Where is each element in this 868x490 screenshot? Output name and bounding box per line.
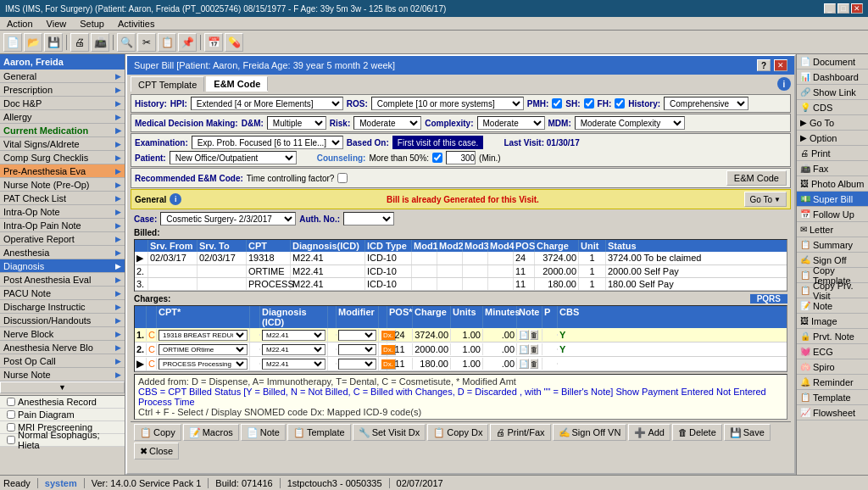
sidebar-item-general[interactable]: General▶ bbox=[0, 70, 125, 83]
sidebar-item-nurse-note-preop[interactable]: Nurse Note (Pre-Op)▶ bbox=[0, 178, 125, 192]
charge-row-1[interactable]: 1. C 19318 BREAST REDUC... M22.41 bbox=[135, 328, 787, 342]
charge1-cpt[interactable]: 19318 BREAST REDUC... bbox=[159, 330, 248, 341]
tool-calendar[interactable]: 📅 bbox=[204, 33, 223, 52]
right-sidebar-item-show-link[interactable]: 🔗Show Link bbox=[797, 85, 868, 100]
charge2-diag[interactable]: M22.41 bbox=[262, 344, 326, 355]
maximize-btn[interactable]: □ bbox=[837, 3, 849, 14]
case-select[interactable]: Cosmetic Surgery- 2/3/2017 bbox=[160, 212, 296, 226]
checklist-item-pain[interactable]: Pain Diagram bbox=[0, 409, 125, 421]
charge1-note-btn[interactable]: 📄 bbox=[519, 330, 529, 340]
auth-select[interactable] bbox=[343, 212, 394, 226]
billed-row-2[interactable]: 2. ORTIME M22.41 ICD-10 11 2000.00 1 2 bbox=[135, 265, 787, 278]
dm-select[interactable]: Multiple bbox=[267, 116, 326, 130]
goto-button[interactable]: Go To ▼ bbox=[744, 192, 787, 207]
tool-open[interactable]: 📂 bbox=[24, 33, 42, 52]
checklist-item-esophagus[interactable]: Normal Esophagus; Hieta bbox=[0, 434, 125, 447]
right-sidebar-item-document[interactable]: 📄Document bbox=[797, 54, 868, 70]
dialog-close-btn[interactable]: ✕ bbox=[774, 59, 787, 71]
right-sidebar-item-follow-up[interactable]: 📅Follow Up bbox=[797, 207, 868, 222]
close-btn[interactable]: ✕ bbox=[851, 3, 863, 14]
right-sidebar-item-image[interactable]: 🖼Image bbox=[797, 314, 868, 329]
sidebar-item-comp-surg[interactable]: Comp Surg Checklis▶ bbox=[0, 151, 125, 164]
checkbox-anesthesia[interactable] bbox=[7, 398, 15, 406]
sidebar-item-anesthesia-nerve[interactable]: Anesthesia Nerve Blo▶ bbox=[0, 341, 125, 354]
sidebar-item-pat-check[interactable]: PAT Check List▶ bbox=[0, 192, 125, 205]
time-control-checkbox[interactable] bbox=[337, 173, 348, 183]
sidebar-item-intra-op-note[interactable]: Intra-Op Note▶ bbox=[0, 205, 125, 219]
sidebar-item-nerve-block[interactable]: Nerve Block▶ bbox=[0, 327, 125, 341]
help-btn[interactable]: ? bbox=[757, 59, 771, 71]
menu-activities[interactable]: Activities bbox=[114, 19, 158, 29]
right-sidebar-item-super-bill[interactable]: 💵Super Bill bbox=[797, 192, 868, 207]
sidebar-item-current-medication[interactable]: Current Medication▶ bbox=[0, 124, 125, 137]
right-sidebar-item-reminder[interactable]: 🔔Reminder bbox=[797, 375, 868, 390]
right-sidebar-item-cds[interactable]: 💡CDS bbox=[797, 100, 868, 115]
billed-row-1[interactable]: ▶ 02/03/17 02/03/17 19318 M22.41 ICD-10 … bbox=[135, 252, 787, 265]
checkbox-pain[interactable] bbox=[7, 410, 15, 419]
checkbox-mri[interactable] bbox=[7, 423, 15, 432]
patient-type-select[interactable]: New Office/Outpatient bbox=[170, 151, 297, 164]
right-sidebar-item-letter[interactable]: ✉Letter bbox=[797, 222, 868, 237]
hpi-select[interactable]: Extended [4 or More Elements] bbox=[191, 97, 343, 110]
sidebar-scroll-down[interactable]: ▼ bbox=[0, 381, 125, 393]
print-fax-button[interactable]: 🖨Print/Fax bbox=[490, 424, 550, 441]
charge2-cpt[interactable]: ORTIME ORtime bbox=[159, 344, 248, 355]
exam-select[interactable]: Exp. Prob. Focused [6 to 11 Ele...] bbox=[192, 136, 343, 149]
macros-button[interactable]: 📝Macros bbox=[183, 424, 239, 441]
minimize-btn[interactable]: _ bbox=[824, 3, 836, 14]
charge2-del-btn[interactable]: 🗑 bbox=[530, 344, 538, 354]
right-sidebar-item-option[interactable]: ▶Option bbox=[797, 131, 868, 146]
tool-fax[interactable]: 📠 bbox=[91, 33, 109, 52]
history-dropdown[interactable]: Comprehensive bbox=[664, 97, 748, 110]
charge3-cpt[interactable]: PROCESS Processing fe... bbox=[159, 359, 248, 370]
charge3-mod[interactable] bbox=[338, 359, 376, 370]
tool-save[interactable]: 💾 bbox=[44, 33, 63, 52]
template-button[interactable]: 📋Template bbox=[287, 424, 351, 441]
note-button[interactable]: 📄Note bbox=[241, 424, 286, 441]
checkbox-esophagus[interactable] bbox=[7, 436, 15, 444]
sidebar-item-allergy[interactable]: Allergy▶ bbox=[0, 110, 125, 124]
set-visit-dx-button[interactable]: 🔧Set Visit Dx bbox=[353, 424, 426, 441]
menu-action[interactable]: Action bbox=[3, 19, 36, 29]
sidebar-item-prescription[interactable]: Prescription▶ bbox=[0, 83, 125, 97]
right-sidebar-item-spiro[interactable]: 🫁Spiro bbox=[797, 359, 868, 375]
complexity-select[interactable]: Moderate bbox=[477, 116, 545, 130]
add-button[interactable]: ➕Add bbox=[628, 424, 670, 441]
charge1-del-btn[interactable]: 🗑 bbox=[530, 330, 538, 340]
tab-cpt-template[interactable]: CPT Template bbox=[131, 76, 204, 92]
checklist-item-anesthesia[interactable]: Anesthesia Record bbox=[0, 396, 125, 409]
charge3-diag[interactable]: M22.41 bbox=[262, 359, 326, 370]
right-sidebar-item-template[interactable]: 📋Template bbox=[797, 390, 868, 405]
menu-setup[interactable]: Setup bbox=[76, 19, 108, 29]
risk-select[interactable]: Moderate bbox=[353, 116, 421, 130]
tool-search[interactable]: 🔍 bbox=[117, 33, 136, 52]
tool-new[interactable]: 📄 bbox=[3, 33, 22, 52]
sidebar-item-operative-report[interactable]: Operative Report▶ bbox=[0, 232, 125, 246]
charge-row-2[interactable]: 2. C ORTIME ORtime M22.41 bbox=[135, 342, 787, 357]
sidebar-item-vital-signs[interactable]: Vital Signs/Aldrete▶ bbox=[0, 137, 125, 151]
sidebar-item-discharge[interactable]: Discharge Instructic▶ bbox=[0, 300, 125, 314]
sidebar-item-pre-anesthesia[interactable]: Pre-Anesthesia Eva▶ bbox=[0, 164, 125, 178]
counseling-checkbox[interactable] bbox=[432, 153, 442, 163]
right-sidebar-item-summary[interactable]: 📋Summary bbox=[797, 237, 868, 253]
sidebar-item-discussion[interactable]: Discussion/Handouts▶ bbox=[0, 314, 125, 327]
right-sidebar-item-copy-prv-visit[interactable]: 📋Copy Prv. Visit bbox=[797, 283, 868, 298]
copy-button[interactable]: 📋Copy bbox=[134, 424, 181, 441]
emcode-button[interactable]: E&M Code bbox=[726, 170, 787, 186]
close-button[interactable]: ✖Close bbox=[134, 443, 179, 459]
tab-em-code[interactable]: E&M Code bbox=[206, 76, 268, 92]
sidebar-item-intra-op-pain[interactable]: Intra-Op Pain Note▶ bbox=[0, 219, 125, 232]
menu-view[interactable]: View bbox=[43, 19, 70, 29]
counseling-minutes[interactable] bbox=[446, 151, 476, 164]
sh-checkbox[interactable] bbox=[584, 98, 594, 109]
right-sidebar-item-ecg[interactable]: 💓ECG bbox=[797, 344, 868, 359]
sidebar-item-post-op-call[interactable]: Post Op Call▶ bbox=[0, 354, 125, 368]
right-sidebar-item-prvt-note[interactable]: 🔒Prvt. Note bbox=[797, 329, 868, 344]
tool-cut[interactable]: ✂ bbox=[137, 33, 156, 52]
charge3-note-btn[interactable]: 📄 bbox=[519, 359, 529, 369]
charge-row-3[interactable]: ▶ C PROCESS Processing fe... M22.41 bbox=[135, 357, 787, 371]
sidebar-item-diagnosis[interactable]: Diagnosis▶ bbox=[0, 259, 125, 273]
charge1-mod[interactable] bbox=[338, 330, 376, 341]
billed-row-3[interactable]: 3. PROCESS M22.41 ICD-10 11 180.00 1 1 bbox=[135, 278, 787, 291]
sidebar-item-anesthesia[interactable]: Anesthesia▶ bbox=[0, 246, 125, 259]
